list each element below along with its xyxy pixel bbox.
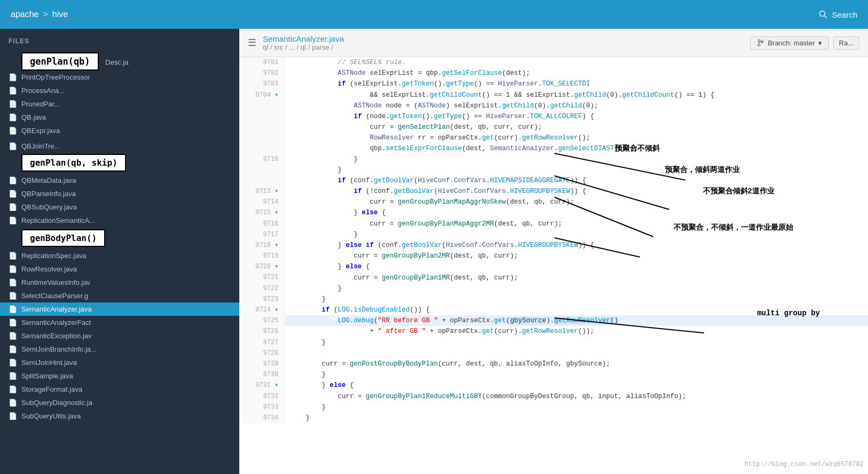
- file-icon: 📄: [9, 305, 17, 313]
- list-item[interactable]: 📄 PrintOpTreeProcessor: [0, 71, 239, 84]
- list-item[interactable]: 📄 SubQueryDiagnostic.ja: [0, 396, 239, 409]
- table-row: 9704 && selExprList.getChildCount() == 1…: [239, 90, 868, 100]
- chevron-down-icon: ▾: [818, 39, 822, 47]
- file-icon: 📄: [9, 412, 17, 420]
- breadcrumb-sep: >: [43, 10, 48, 19]
- list-item[interactable]: 📄 PrunedPar...: [0, 97, 239, 111]
- list-item[interactable]: 📄 SemiJoinHint.java: [0, 356, 239, 369]
- code-header: ☰ SemanticAnalyzer.java ql / src / ... /…: [239, 29, 868, 57]
- search-label[interactable]: Search: [832, 10, 857, 19]
- breadcrumb-part1[interactable]: apache: [11, 10, 39, 19]
- file-list: 📄 PrintOpTreeProcessor 📄 ProcessAna... 📄…: [0, 71, 239, 423]
- file-icon: 📄: [9, 345, 17, 353]
- table-row: RowResolver rr = opParseCtx.get(curr).ge…: [239, 133, 868, 143]
- file-icon: 📄: [9, 332, 17, 340]
- table-row: 9727 }: [239, 337, 868, 348]
- svg-line-1: [825, 16, 827, 19]
- table-row: 9719 curr = genGroupByPlan2MR(dest, qb, …: [239, 251, 868, 261]
- table-row: 9726 + " after GB " + opParseCtx.get(cur…: [239, 326, 868, 337]
- breadcrumb-part2[interactable]: hive: [52, 10, 68, 19]
- list-item[interactable]: 📄 ReplicationSemanticA...: [0, 214, 239, 227]
- list-item[interactable]: 📄 QBJoinTre...: [0, 139, 239, 153]
- annotation-text-3: 不预聚合倾斜2道作业: [703, 185, 775, 197]
- table-row: 9722 }: [239, 283, 868, 294]
- table-row: 9710 }: [239, 154, 868, 165]
- code-filename: SemanticAnalyzer.java: [263, 34, 344, 43]
- list-item[interactable]: 📄 RuntimeValuesInfo.jav: [0, 276, 239, 289]
- table-row: 9714 curr = genGroupByPlanMapAggrNoSkew(…: [239, 197, 868, 207]
- breadcrumb: apache > hive: [11, 10, 68, 19]
- svg-point-3: [758, 44, 760, 46]
- file-icon: 📄: [9, 399, 17, 407]
- search-area[interactable]: Search: [819, 10, 857, 19]
- table-row: 9702 ASTNode selExprList = qbp.getSelFor…: [239, 68, 868, 79]
- table-row: curr = genSelectPlan(dest, qb, curr, cur…: [239, 122, 868, 133]
- table-row: 9701 // SEL%SEL% rule.: [239, 57, 868, 68]
- table-row: 9721 curr = genGroupByPlan1MR(dest, qb, …: [239, 272, 868, 283]
- list-item[interactable]: 📄 SubQueryUtils.java: [0, 409, 239, 423]
- file-icon: 📄: [9, 142, 17, 150]
- table-row: 9730 }: [239, 369, 868, 380]
- code-content[interactable]: 9701 // SEL%SEL% rule. 9702 ASTNode selE…: [239, 57, 868, 474]
- file-icon: 📄: [9, 265, 17, 273]
- annotation-box-1: genPlan(qb): [21, 52, 99, 71]
- search-icon: [819, 10, 827, 19]
- list-item[interactable]: 📄 RowResolver.java: [0, 262, 239, 276]
- table-row: 9732 curr = genGroupByPlan1ReduceMultiGB…: [239, 391, 868, 402]
- annotation-text-2: 预聚合，倾斜两道作业: [665, 164, 740, 176]
- hamburger-icon[interactable]: ☰: [248, 37, 256, 49]
- code-table: 9701 // SEL%SEL% rule. 9702 ASTNode selE…: [239, 57, 868, 423]
- file-icon: 📄: [9, 100, 17, 108]
- file-icon: 📄: [9, 127, 17, 135]
- list-item[interactable]: 📄 QB.java: [0, 111, 239, 124]
- table-row: if (node.getToken().getType() == HivePar…: [239, 111, 868, 122]
- files-section-label: FILES: [0, 33, 239, 49]
- annotation-box-2: genPlan(qb, skip): [21, 154, 126, 172]
- list-item-active[interactable]: 📄 SemanticAnalyzer.java: [0, 302, 239, 316]
- list-item[interactable]: 📄 QBExpr.java: [0, 124, 239, 137]
- file-icon: 📄: [9, 252, 17, 260]
- list-item[interactable]: 📄 QBParseInfo.java: [0, 187, 239, 200]
- file-icon: 📄: [9, 203, 17, 211]
- list-item[interactable]: 📄 SemiJoinBranchInfo.ja...: [0, 343, 239, 356]
- annotation-text-5: multi group by: [757, 307, 820, 319]
- list-item[interactable]: 📄 StorageFormat.java: [0, 383, 239, 396]
- list-item[interactable]: 📄 ProcessAna...: [0, 84, 239, 97]
- table-row: 9729 curr = genPostGroupByBodyPlan(curr,…: [239, 359, 868, 369]
- code-filepath: ql / src / ... / ql / parse /: [263, 43, 344, 51]
- list-item[interactable]: 📄 SemanticAnalyzerFact: [0, 316, 239, 329]
- sidebar: FILES genPlan(qb) Desc.ja 📄 PrintOpTreeP…: [0, 29, 239, 474]
- table-row: 9720 } else {: [239, 261, 868, 272]
- list-item[interactable]: 📄 ReplicationSpec.java: [0, 249, 239, 262]
- file-icon: 📄: [9, 176, 17, 184]
- table-row: qbp.setSelExprForClause(dest, SemanticAn…: [239, 143, 868, 154]
- desc-label: Desc.ja: [105, 58, 128, 66]
- table-row: ASTNode node = (ASTNode) selExprList.get…: [239, 100, 868, 111]
- file-icon: 📄: [9, 278, 17, 286]
- branch-icon: [757, 39, 764, 46]
- file-icon: 📄: [9, 190, 17, 198]
- file-icon: 📄: [9, 372, 17, 380]
- list-item[interactable]: 📄 SplitSample.java: [0, 369, 239, 383]
- file-icon: 📄: [9, 385, 17, 393]
- table-row: 9728: [239, 348, 868, 359]
- raw-button[interactable]: Ra...: [833, 36, 859, 50]
- table-row: 9723 }: [239, 294, 868, 305]
- list-item[interactable]: 📄 SelectClauseParser.g: [0, 289, 239, 302]
- list-item[interactable]: 📄 SemanticException.jav: [0, 329, 239, 343]
- file-info: ☰ SemanticAnalyzer.java ql / src / ... /…: [248, 34, 344, 51]
- table-row: 9703 if (selExprList.getToken().getType(…: [239, 79, 868, 89]
- table-row: 9733 }: [239, 402, 868, 413]
- file-icon: 📄: [9, 73, 17, 81]
- file-icon: 📄: [9, 359, 17, 367]
- list-item[interactable]: 📄 QBMetaData.java: [0, 174, 239, 187]
- annotation-text-4: 不预聚合，不倾斜，一道作业最原始: [674, 223, 793, 234]
- watermark: http://blog.csdn.net/wzq6578702: [745, 460, 864, 470]
- table-row: 9734 }: [239, 413, 868, 423]
- list-item[interactable]: 📄 QBSubQuery.java: [0, 200, 239, 214]
- branch-button[interactable]: Branch: master ▾: [750, 36, 828, 50]
- table-row: 9715 } else {: [239, 207, 868, 218]
- table-row: 9718 } else if (conf.getBoolVar(HiveConf…: [239, 240, 868, 251]
- file-icon: 📄: [9, 113, 17, 121]
- table-row: }: [239, 165, 868, 175]
